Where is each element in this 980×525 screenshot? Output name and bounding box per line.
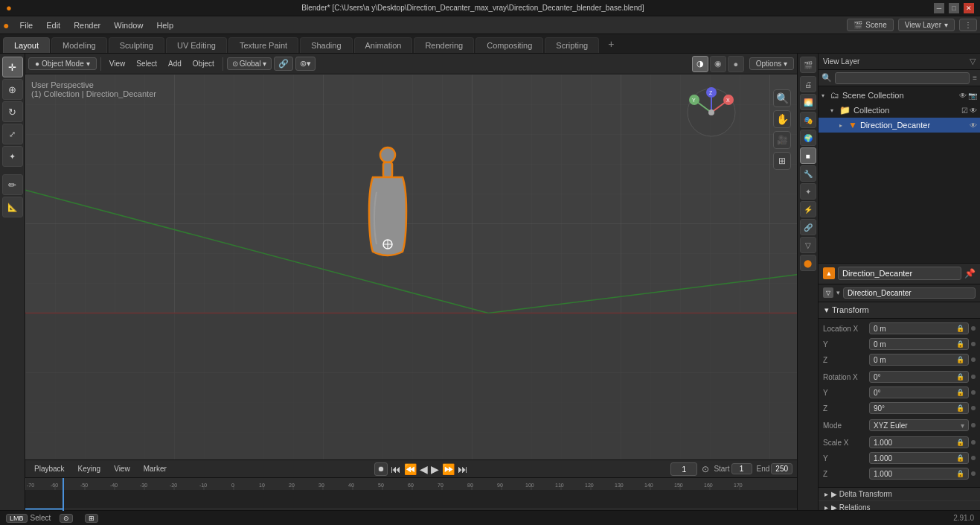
maximize-button[interactable]: □ <box>949 3 959 13</box>
end-frame-field[interactable]: 250 <box>771 463 792 474</box>
transform-section-header[interactable]: ▾ Transform <box>819 302 980 319</box>
prop-tab-constraints[interactable]: 🔗 <box>800 219 816 235</box>
proportional-editing[interactable]: ⊚▾ <box>295 57 316 71</box>
annotate-tool[interactable]: ✏ <box>2 174 23 195</box>
rotation-z-field[interactable]: 90° 🔒 <box>869 402 969 414</box>
scale-tool[interactable]: ⤢ <box>2 124 23 144</box>
filter-toggle[interactable]: ≡ <box>973 74 977 82</box>
tab-modeling[interactable]: Modeling <box>51 37 107 53</box>
transform-tool[interactable]: ✦ <box>2 146 23 167</box>
scale-z-field[interactable]: 1.000 🔒 <box>869 468 969 480</box>
tab-texture-paint[interactable]: Texture Paint <box>228 37 298 53</box>
location-x-field[interactable]: 0 m 🔒 <box>869 322 969 334</box>
object-name-field[interactable]: Direction_Decanter <box>838 267 961 280</box>
scale-x-field[interactable]: 1.000 🔒 <box>869 436 969 448</box>
scene-selector[interactable]: 🎬 Scene <box>847 19 893 31</box>
solid-shading-btn[interactable]: ◑ <box>692 56 708 72</box>
close-button[interactable]: ✕ <box>964 3 974 13</box>
menu-item-render[interactable]: Render <box>68 19 106 31</box>
3d-viewport[interactable]: User Perspective (1) Collection | Direct… <box>25 74 797 459</box>
step-back-button[interactable]: ⏪ <box>404 463 417 475</box>
object-visibility[interactable]: 👁 <box>970 121 977 130</box>
data-name-field[interactable]: Direction_Decanter <box>843 287 976 299</box>
playback-menu[interactable]: Playback <box>30 463 69 474</box>
outliner-collection[interactable]: ▾ 📁 Collection ☑ 👁 <box>819 103 980 118</box>
tab-animation[interactable]: Animation <box>354 37 413 53</box>
location-z-field[interactable]: 0 m 🔒 <box>869 354 969 366</box>
minimize-button[interactable]: ─ <box>934 3 944 13</box>
prop-tab-view-layer[interactable]: 🌅 <box>800 94 816 110</box>
menu-item-file[interactable]: File <box>13 19 39 31</box>
viewlayer-selector[interactable]: View Layer ▾ <box>898 19 955 31</box>
menu-item-window[interactable]: Window <box>108 19 149 31</box>
tab-scripting[interactable]: Scripting <box>545 37 599 53</box>
step-forward-button[interactable]: ⏩ <box>442 463 455 475</box>
tab-compositing[interactable]: Compositing <box>475 37 543 53</box>
play-back-button[interactable]: ◀ <box>420 463 428 475</box>
prop-tab-material[interactable]: ⬤ <box>800 255 816 271</box>
tab-sculpting[interactable]: Sculpting <box>109 37 164 53</box>
material-shading-btn[interactable]: ◉ <box>710 56 726 72</box>
transform-pivot[interactable]: ⊙Global▾ <box>227 57 272 70</box>
object-menu[interactable]: Object <box>188 58 219 69</box>
prop-tab-particles[interactable]: ✦ <box>800 183 816 200</box>
hand-tool-button[interactable]: ✋ <box>773 110 791 128</box>
view-menu[interactable]: View <box>105 58 130 69</box>
prop-tab-data[interactable]: ▽ <box>800 237 816 253</box>
visibility-icon[interactable]: 👁 <box>959 92 967 100</box>
start-frame-field[interactable]: 1 <box>731 463 752 474</box>
render-icon[interactable]: 📷 <box>968 92 977 100</box>
screen-selector[interactable]: ⋮ <box>959 19 977 31</box>
prop-tab-physics[interactable]: ⚡ <box>800 201 816 217</box>
menu-item-help[interactable]: Help <box>150 19 179 31</box>
move-tool[interactable]: ⊕ <box>2 79 23 100</box>
filter-icon[interactable]: ▽ <box>970 57 976 66</box>
mode-selector[interactable]: ● Object Mode ▾ <box>28 57 97 70</box>
rotation-x-field[interactable]: 0° 🔒 <box>869 371 969 383</box>
prop-tab-object[interactable]: ■ <box>800 147 816 164</box>
prop-tab-world[interactable]: 🌍 <box>800 130 816 146</box>
measure-tool[interactable]: 📐 <box>2 197 23 217</box>
delta-transform-header[interactable]: ▸ ▶ Delta Transform <box>819 488 980 500</box>
tab-uv-editing[interactable]: UV Editing <box>166 37 227 53</box>
marker-menu[interactable]: Marker <box>139 463 171 474</box>
scale-y-field[interactable]: 1.000 🔒 <box>869 452 969 464</box>
prop-tab-scene[interactable]: 🎭 <box>800 112 816 128</box>
view-menu-tl[interactable]: View <box>109 463 135 474</box>
navigation-gizmo[interactable]: Y X Z <box>685 86 737 139</box>
prop-tab-output[interactable]: 🖨 <box>800 76 816 92</box>
3d-object-bottle[interactable] <box>358 144 417 264</box>
jump-start-button[interactable]: ⏮ <box>391 463 401 475</box>
outliner-scene-collection[interactable]: ▾ 🗂 Scene Collection 👁 📷 <box>819 88 980 103</box>
cursor-tool[interactable]: ✛ <box>2 57 23 77</box>
keying-menu[interactable]: Keying <box>74 463 106 474</box>
tab-rendering[interactable]: Rendering <box>414 37 474 53</box>
tab-layout[interactable]: Layout <box>3 37 50 53</box>
collection-visibility[interactable]: 👁 <box>970 106 977 115</box>
jump-end-button[interactable]: ⏭ <box>458 463 468 475</box>
timeline-body[interactable]: -70 -60 -50 -40 -30 -20 -10 <box>25 478 797 511</box>
menu-item-edit[interactable]: Edit <box>40 19 66 31</box>
perspective-ortho-button[interactable]: ⊞ <box>773 152 791 170</box>
add-workspace-button[interactable]: + <box>601 35 621 53</box>
rendered-shading-btn[interactable]: ● <box>728 56 744 72</box>
mode-field[interactable]: XYZ Euler ▾ <box>869 419 969 431</box>
zoom-in-button[interactable]: 🔍 <box>773 89 791 107</box>
prop-tab-modifiers[interactable]: 🔧 <box>800 165 816 182</box>
camera-button[interactable]: 🎥 <box>773 131 791 149</box>
play-forward-button[interactable]: ▶ <box>431 463 439 475</box>
rotation-y-field[interactable]: 0° 🔒 <box>869 386 969 398</box>
tab-shading[interactable]: Shading <box>300 37 352 53</box>
collection-checkbox[interactable]: ☑ <box>961 106 968 115</box>
select-menu[interactable]: Select <box>132 58 161 69</box>
viewport-options-btn[interactable]: Options ▾ <box>749 57 794 70</box>
prop-tab-render[interactable]: 🎬 <box>800 57 816 73</box>
location-y-field[interactable]: 0 m 🔒 <box>869 338 969 350</box>
pin-icon[interactable]: 📌 <box>964 268 976 279</box>
add-menu[interactable]: Add <box>164 58 186 69</box>
relations-header[interactable]: ▸ ▶ Relations <box>819 501 980 510</box>
outliner-direction-decanter[interactable]: ▸ ▼ Direction_Decanter 👁 <box>819 118 980 133</box>
rotate-tool[interactable]: ↻ <box>2 101 23 122</box>
outliner-search-input[interactable] <box>835 72 970 84</box>
snapping-toggle[interactable]: 🔗 <box>274 57 293 71</box>
